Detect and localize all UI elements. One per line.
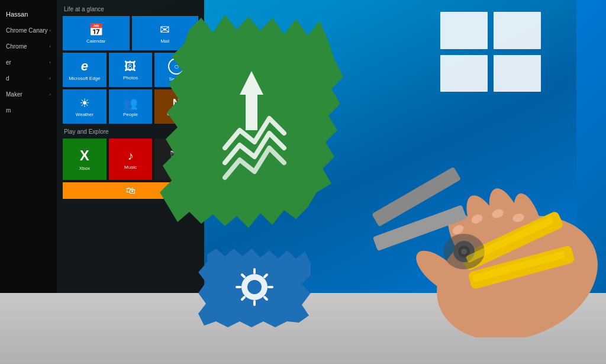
start-item-chrome[interactable]: Chrome › [0,38,57,54]
tile-music-label: Music [124,165,137,170]
chevron-right-icon: › [49,76,51,81]
start-item-chrome-canary[interactable]: Chrome Canary › [0,22,57,38]
start-item-maker[interactable]: Maker › [0,86,57,102]
tile-edge[interactable]: e Microsoft Edge [63,53,107,87]
tile-calendar[interactable]: 📅 Calendar [63,16,130,50]
start-menu-left-panel: Hassan Chrome Canary › Chrome › er › d ›… [0,0,57,305]
svg-line-16 [242,275,244,277]
blue-sticker [195,246,314,328]
start-username: Hassan [0,6,57,22]
win-pane-tr [494,12,541,49]
start-item-m[interactable]: m [0,102,57,118]
tile-xbox-label: Xbox [79,166,90,171]
svg-line-14 [242,297,244,299]
tile-weather-label: Weather [76,112,94,117]
people-icon: 👥 [123,96,138,110]
win-pane-tl [440,12,488,49]
windows-logo-grid [440,12,541,92]
photos-icon: 🖼 [124,60,136,73]
start-item-er[interactable]: er › [0,54,57,70]
edge-icon: e [81,59,88,74]
chevron-right-icon: › [49,92,51,97]
chevron-right-icon: › [49,60,51,65]
start-item-d[interactable]: d › [0,70,57,86]
chevron-right-icon: › [49,28,51,33]
tile-xbox[interactable]: X Xbox [63,138,107,180]
svg-line-10 [265,275,267,277]
hand-with-pliers [298,89,606,337]
xbox-icon: X [80,147,89,164]
tile-calendar-label: Calendar [86,38,105,44]
svg-line-12 [265,297,267,299]
tile-weather[interactable]: ☀ Weather [63,89,107,124]
music-icon: ♪ [127,149,133,163]
tile-photos-label: Photos [123,75,138,80]
svg-point-8 [247,280,262,294]
chevron-right-icon: › [49,44,51,49]
win-pane-br [494,55,541,92]
calendar-icon: 📅 [89,22,104,37]
tile-photos[interactable]: 🖼 Photos [109,53,153,87]
tile-people[interactable]: 👥 People [109,89,153,124]
win-pane-bl [440,55,488,92]
tile-edge-label: Microsoft Edge [69,76,100,81]
tile-music[interactable]: ♪ Music [109,138,153,180]
store-icon: 🛍 [126,185,136,196]
tile-people-label: People [123,112,138,117]
weather-icon: ☀ [79,96,90,110]
